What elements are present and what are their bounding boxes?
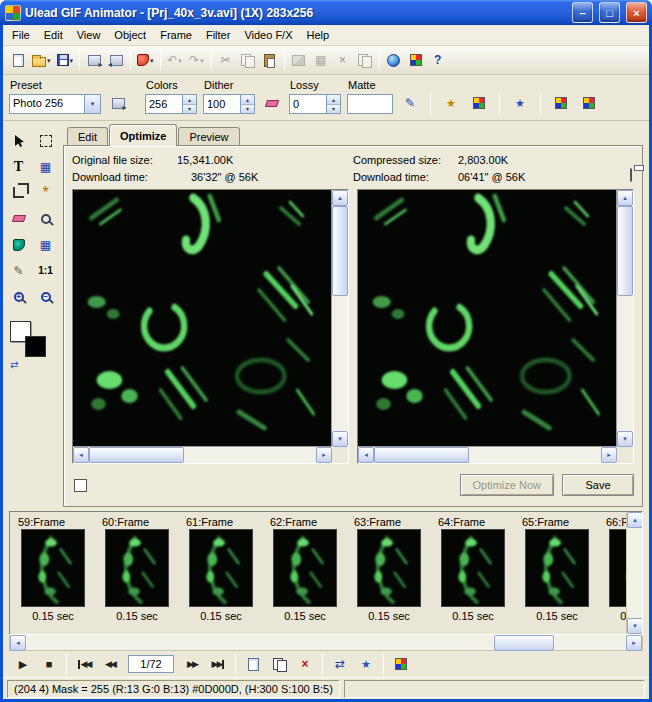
eraser-tool[interactable]: [7, 207, 31, 230]
frame-item[interactable]: 66:Frame 0.15 sec: [604, 514, 626, 634]
remove-unused-colors-button[interactable]: [261, 92, 283, 114]
spin-up-icon[interactable]: ▴: [327, 95, 340, 105]
zoom-in-tool[interactable]: +: [7, 285, 31, 308]
next-frame-button[interactable]: ▶▶: [180, 654, 204, 674]
scroll-left-icon[interactable]: ◂: [358, 447, 374, 463]
frame-thumbnail[interactable]: [525, 529, 589, 607]
previous-frame-button[interactable]: ◀◀: [98, 654, 122, 674]
copy-button[interactable]: [237, 49, 259, 71]
magic-wand-tool[interactable]: *: [34, 181, 58, 204]
actual-size-button[interactable]: 1:1: [34, 259, 58, 282]
frame-item[interactable]: 61:Frame 0.15 sec: [184, 514, 268, 634]
preset-dropdown-arrow-icon[interactable]: ▾: [84, 95, 100, 113]
scroll-up-icon[interactable]: ▴: [332, 190, 348, 206]
frame-item[interactable]: 60:Frame 0.15 sec: [100, 514, 184, 634]
redo-button[interactable]: ↷▾: [186, 49, 208, 71]
frame-properties-button[interactable]: [389, 654, 413, 674]
web-button[interactable]: [383, 49, 405, 71]
frame-thumbnail[interactable]: [441, 529, 505, 607]
select-tool[interactable]: [7, 129, 31, 152]
matte-picker-button[interactable]: ✎: [399, 92, 421, 114]
delete-frame-button[interactable]: ×: [293, 654, 317, 674]
cut-button[interactable]: ✂: [215, 49, 237, 71]
frame-item[interactable]: 64:Frame 0.15 sec: [436, 514, 520, 634]
play-button[interactable]: ▶: [11, 654, 35, 674]
text-tool[interactable]: T: [7, 155, 31, 178]
duplicate-object-button[interactable]: [354, 49, 376, 71]
frame-thumbnail[interactable]: [609, 529, 626, 607]
add-preset-button[interactable]: [107, 92, 129, 114]
reverse-frames-button[interactable]: ⇄: [328, 654, 352, 674]
export-button[interactable]: [83, 49, 105, 71]
zoom-out-tool[interactable]: −: [34, 285, 58, 308]
frame-item[interactable]: 59:Frame 0.15 sec: [16, 514, 100, 634]
new-button[interactable]: [7, 49, 29, 71]
scrollbar-thumb[interactable]: [374, 447, 469, 463]
import-button[interactable]: [105, 49, 127, 71]
scroll-right-icon[interactable]: ▸: [626, 635, 642, 651]
lossy-spinner[interactable]: 0 ▴▾: [289, 94, 341, 114]
spin-up-icon[interactable]: ▴: [241, 95, 254, 105]
optimization-wizard-button[interactable]: ★: [440, 92, 462, 114]
swap-colors-button[interactable]: ⇄: [10, 360, 18, 370]
frame-thumbnail[interactable]: [105, 529, 169, 607]
scroll-left-icon[interactable]: ◂: [73, 447, 89, 463]
add-image-button[interactable]: [288, 49, 310, 71]
frame-strip-vertical-scrollbar[interactable]: ▴ ▾: [626, 512, 642, 634]
undo-button[interactable]: ↶▾: [164, 49, 186, 71]
menu-video-fx[interactable]: Video F/X: [237, 26, 299, 44]
menu-edit[interactable]: Edit: [37, 26, 70, 44]
lossy-value[interactable]: 0: [290, 95, 326, 113]
frame-thumbnail[interactable]: [357, 529, 421, 607]
global-palette-button[interactable]: [550, 92, 572, 114]
marquee-tool[interactable]: [34, 129, 58, 152]
transform-tool[interactable]: ▦: [34, 155, 58, 178]
colors-spinner[interactable]: 256 ▴▾: [145, 94, 197, 114]
frame-strip-horizontal-scrollbar[interactable]: ◂ ▸: [9, 635, 643, 651]
frame-item[interactable]: 65:Frame 0.15 sec: [520, 514, 604, 634]
tab-preview[interactable]: Preview: [178, 127, 239, 145]
scroll-down-icon[interactable]: ▾: [627, 618, 643, 634]
grid-tool[interactable]: ▦: [34, 233, 58, 256]
context-help-button[interactable]: ?: [427, 49, 449, 71]
menu-view[interactable]: View: [70, 26, 108, 44]
lossy-spin-buttons[interactable]: ▴▾: [326, 95, 340, 113]
delete-object-button[interactable]: ×: [332, 49, 354, 71]
pencil-tool[interactable]: ✎: [7, 259, 31, 282]
matte-color-well[interactable]: [347, 94, 393, 114]
frame-item[interactable]: 63:Frame 0.15 sec: [352, 514, 436, 634]
menu-file[interactable]: File: [5, 26, 37, 44]
frame-palette-button[interactable]: [578, 92, 600, 114]
fill-tool[interactable]: [7, 233, 31, 256]
frame-view-toggle[interactable]: [74, 479, 87, 492]
fill-color-button[interactable]: ▾: [134, 49, 157, 71]
original-horizontal-scrollbar[interactable]: ◂ ▸: [73, 447, 332, 463]
tab-edit[interactable]: Edit: [67, 127, 108, 145]
tab-optimize[interactable]: Optimize: [109, 124, 177, 146]
colors-value[interactable]: 256: [146, 95, 182, 113]
spin-down-icon[interactable]: ▾: [183, 105, 196, 114]
spin-up-icon[interactable]: ▴: [183, 95, 196, 105]
paste-button[interactable]: [259, 49, 281, 71]
optimized-vertical-scrollbar[interactable]: ▴ ▾: [617, 190, 633, 447]
menu-filter[interactable]: Filter: [199, 26, 237, 44]
frame-thumbnail[interactable]: [273, 529, 337, 607]
spin-down-icon[interactable]: ▾: [241, 105, 254, 114]
first-frame-button[interactable]: ◀◀: [72, 654, 96, 674]
frame-item[interactable]: 62:Frame 0.15 sec: [268, 514, 352, 634]
scroll-right-icon[interactable]: ▸: [316, 447, 332, 463]
menu-frame[interactable]: Frame: [153, 26, 199, 44]
dither-spin-buttons[interactable]: ▴▾: [240, 95, 254, 113]
save-button[interactable]: ▾: [54, 49, 77, 71]
scrollbar-thumb[interactable]: [617, 206, 633, 296]
frame-thumbnail[interactable]: [189, 529, 253, 607]
crop-tool[interactable]: [7, 181, 31, 204]
title-bar[interactable]: Ulead GIF Animator - [Prj_40x_3v.avi] (1…: [0, 0, 652, 25]
animation-wizard-button[interactable]: ★: [509, 92, 531, 114]
save-as-button[interactable]: Save: [562, 474, 634, 496]
load-palette-button[interactable]: [468, 92, 490, 114]
background-color-swatch[interactable]: [25, 336, 46, 357]
maximize-button[interactable]: □: [599, 2, 620, 23]
add-frame-button[interactable]: [241, 654, 265, 674]
preset-dropdown[interactable]: Photo 256 ▾: [9, 94, 101, 114]
